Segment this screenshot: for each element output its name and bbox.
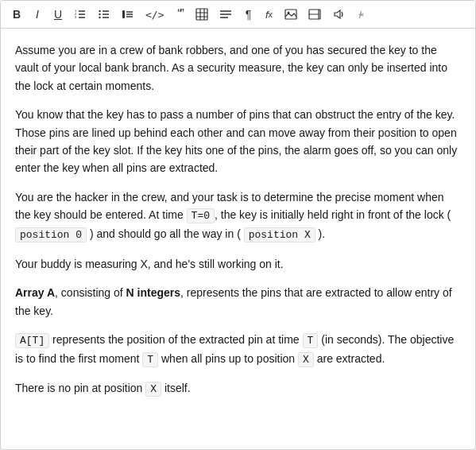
- code-button[interactable]: </>: [142, 6, 167, 23]
- svg-text:3: 3: [75, 15, 77, 19]
- align-icon: [219, 8, 232, 21]
- italic-button[interactable]: I: [29, 6, 45, 23]
- audio-button[interactable]: [329, 6, 348, 23]
- svg-point-11: [99, 17, 100, 18]
- image-button[interactable]: [281, 6, 300, 23]
- code-X: X: [298, 352, 314, 367]
- svg-point-10: [99, 14, 100, 15]
- blockquote-button[interactable]: [118, 6, 137, 23]
- content-area: Assume you are in a crew of bank robbers…: [1, 29, 475, 411]
- toolbar: B I U 1 2 3: [1, 1, 475, 29]
- clear-format-button[interactable]: Ix: [353, 6, 369, 23]
- media-button[interactable]: [305, 6, 324, 23]
- code-t0: T=0: [187, 208, 215, 223]
- code-X2: X: [145, 382, 161, 397]
- paragraph-6: A[T] represents the position of the extr…: [15, 331, 461, 369]
- ordered-list-icon: 1 2 3: [74, 8, 87, 21]
- paragraph-5: Array A, consisting of N integers, repre…: [15, 284, 461, 320]
- n-integers-label: N integers: [126, 286, 180, 299]
- audio-icon: [332, 8, 345, 21]
- code-T2: T: [142, 352, 158, 367]
- paragraph-7: There is no pin at position X itself.: [15, 379, 461, 398]
- paragraph-4: Your buddy is measuring X, and he's stil…: [15, 255, 461, 273]
- underline-button[interactable]: U: [50, 6, 66, 23]
- table-button[interactable]: [192, 6, 211, 23]
- svg-rect-12: [122, 10, 125, 18]
- paragraph-2: You know that the key has to pass a numb…: [15, 106, 461, 177]
- svg-rect-16: [196, 9, 207, 20]
- array-label: Array A: [15, 286, 55, 299]
- blockquote-icon: [122, 8, 134, 21]
- quote-button[interactable]: “”: [172, 6, 188, 23]
- unordered-list-button[interactable]: [95, 6, 114, 23]
- code-pos0: position 0: [15, 227, 87, 242]
- code-AT: A[T]: [15, 333, 49, 348]
- image-icon: [284, 8, 297, 21]
- ordered-list-button[interactable]: 1 2 3: [71, 6, 90, 23]
- paragraph-1: Assume you are in a crew of bank robbers…: [15, 41, 461, 95]
- formula-button[interactable]: fx: [261, 6, 277, 23]
- media-icon: [308, 8, 321, 21]
- code-T: T: [303, 333, 319, 348]
- code-posX: position X: [244, 227, 315, 242]
- svg-point-9: [99, 10, 100, 12]
- align-button[interactable]: [216, 6, 235, 23]
- unordered-list-icon: [98, 8, 110, 21]
- editor-container: B I U 1 2 3: [0, 0, 476, 450]
- bold-button[interactable]: B: [9, 6, 25, 23]
- table-icon: [195, 8, 208, 21]
- paragraph-button[interactable]: ¶: [240, 6, 256, 23]
- paragraph-3: You are the hacker in the crew, and your…: [15, 188, 461, 244]
